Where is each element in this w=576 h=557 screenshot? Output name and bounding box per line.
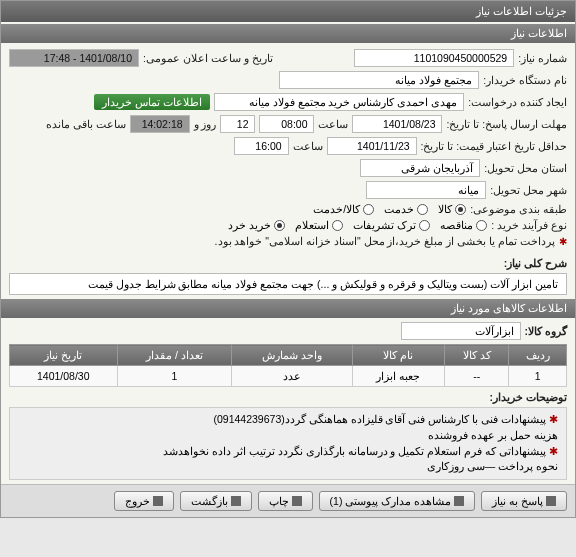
table-row[interactable]: 1 -- جعبه ابزار عدد 1 1401/08/30 <box>10 366 567 387</box>
btn-label: چاپ <box>269 495 289 507</box>
need-desc: تامین ابزار آلات (بست ویتالیک و قرقره و … <box>9 273 567 295</box>
radio-icon <box>274 220 285 231</box>
radio-label: خرید خرد <box>228 219 271 231</box>
buyer-notes: پیشنهادات فنی با کارشناس فنی آقای قلیزاد… <box>9 407 567 480</box>
field-price-date: 1401/11/23 <box>327 137 417 155</box>
cell-code: -- <box>444 366 508 387</box>
cell-name: جعبه ابزار <box>352 366 444 387</box>
cell-index: 1 <box>509 366 567 387</box>
print-button[interactable]: چاپ <box>258 491 313 511</box>
window: جزئیات اطلاعات نیاز اطلاعات نیاز شماره ن… <box>0 0 576 518</box>
field-requester: مهدی احمدی کارشناس خرید مجتمع فولاد میان… <box>214 93 464 111</box>
note-line: پیشنهاداتی که فرم استعلام تکمیل و درساما… <box>18 444 558 460</box>
btn-label: بازگشت <box>191 495 228 507</box>
th-name: نام کالا <box>352 345 444 366</box>
cell-unit: عدد <box>232 366 352 387</box>
label-hour2: ساعت <box>293 140 323 152</box>
print-icon <box>292 496 302 506</box>
attach-icon <box>454 496 464 506</box>
back-button[interactable]: بازگشت <box>180 491 252 511</box>
bullet-icon: ✱ <box>559 236 567 247</box>
label-category: طبقه بندی موضوعی: <box>470 203 567 215</box>
th-code: کد کالا <box>444 345 508 366</box>
note-line: نحوه پرداخت —سی روزکاری <box>18 459 558 475</box>
radio-cat-1[interactable]: خدمت <box>384 203 428 215</box>
pay-note: پرداخت تمام یا بخشی از مبلغ خرید،از محل … <box>215 235 555 247</box>
button-bar: پاسخ به نیاز مشاهده مدارک پیوستی (1) چاپ… <box>1 484 575 517</box>
label-price-valid: حداقل تاریخ اعتبار قیمت: تا تاریخ: <box>421 140 567 152</box>
exit-button[interactable]: خروج <box>114 491 174 511</box>
th-qty: تعداد / مقدار <box>117 345 232 366</box>
btn-label: مشاهده مدارک پیوستی (1) <box>330 495 452 507</box>
field-price-time: 16:00 <box>234 137 289 155</box>
radio-icon <box>417 204 428 215</box>
field-reply-time: 08:00 <box>259 115 314 133</box>
btn-label: خروج <box>125 495 150 507</box>
radio-proc-2[interactable]: استعلام <box>295 219 343 231</box>
radio-proc-3[interactable]: خرید خرد <box>228 219 285 231</box>
radio-icon <box>476 220 487 231</box>
exit-icon <box>153 496 163 506</box>
radio-label: خدمت <box>384 203 414 215</box>
field-need-no: 1101090450000529 <box>354 49 514 67</box>
radio-icon <box>363 204 374 215</box>
contact-button[interactable]: اطلاعات تماس خریدار <box>94 94 210 110</box>
label-days-and: روز و <box>194 118 217 130</box>
radio-label: ترک تشریفات <box>353 219 416 231</box>
label-hour1: ساعت <box>318 118 348 130</box>
window-title: جزئیات اطلاعات نیاز <box>1 1 575 22</box>
label-public-date: تاریخ و ساعت اعلان عمومی: <box>143 52 273 64</box>
radio-proc-0[interactable]: مناقصه <box>440 219 487 231</box>
section-goods: اطلاعات کالاهای مورد نیاز <box>1 299 575 318</box>
label-buyer-notes: توضیحات خریدار: <box>490 391 567 403</box>
label-requester: ایجاد کننده درخواست: <box>468 96 567 108</box>
section-info: اطلاعات نیاز <box>1 24 575 43</box>
radio-label: استعلام <box>295 219 329 231</box>
reply-icon <box>546 496 556 506</box>
field-remain-days: 12 <box>220 115 255 133</box>
label-city: شهر محل تحویل: <box>490 184 567 196</box>
label-reply-deadline: مهلت ارسال پاسخ: تا تاریخ: <box>446 118 567 130</box>
field-province: آذربایجان شرقی <box>360 159 480 177</box>
radio-icon <box>455 204 466 215</box>
attachments-button[interactable]: مشاهده مدارک پیوستی (1) <box>319 491 476 511</box>
label-province: استان محل تحویل: <box>484 162 567 174</box>
label-goods-group: گروه کالا: <box>525 325 567 337</box>
th-index: ردیف <box>509 345 567 366</box>
goods-table: ردیف کد کالا نام کالا واحد شمارش تعداد /… <box>9 344 567 387</box>
label-buyer-org: نام دستگاه خریدار: <box>483 74 567 86</box>
th-unit: واحد شمارش <box>232 345 352 366</box>
radio-label: کالا <box>438 203 452 215</box>
radio-cat-2[interactable]: کالا/خدمت <box>313 203 374 215</box>
field-public-date: 1401/08/10 - 17:48 <box>9 49 139 67</box>
field-goods-group: ابزارآلات <box>401 322 521 340</box>
label-process: نوع فرآیند خرید : <box>491 219 567 231</box>
cell-date: 1401/08/30 <box>10 366 118 387</box>
radio-label: مناقصه <box>440 219 473 231</box>
note-line: پیشنهادات فنی با کارشناس فنی آقای قلیزاد… <box>18 412 558 428</box>
field-reply-date: 1401/08/23 <box>352 115 442 133</box>
label-need-no: شماره نیاز: <box>518 52 567 64</box>
th-date: تاریخ نیاز <box>10 345 118 366</box>
form-area: شماره نیاز: 1101090450000529 تاریخ و ساع… <box>1 43 575 257</box>
label-remain: ساعت باقی مانده <box>46 118 126 130</box>
radio-icon <box>332 220 343 231</box>
radio-label: کالا/خدمت <box>313 203 360 215</box>
btn-label: پاسخ به نیاز <box>492 495 543 507</box>
field-remain-time: 14:02:18 <box>130 115 190 133</box>
label-need-desc: شرح کلی نیاز: <box>504 257 567 269</box>
back-icon <box>231 496 241 506</box>
radio-category: کالا خدمت کالا/خدمت <box>313 203 466 215</box>
field-city: میانه <box>366 181 486 199</box>
note-line: هزینه حمل بر عهده فروشنده <box>18 428 558 444</box>
cell-qty: 1 <box>117 366 232 387</box>
radio-icon <box>419 220 430 231</box>
radio-cat-0[interactable]: کالا <box>438 203 466 215</box>
radio-proc-1[interactable]: ترک تشریفات <box>353 219 430 231</box>
reply-button[interactable]: پاسخ به نیاز <box>481 491 567 511</box>
field-buyer-org: مجتمع فولاد میانه <box>279 71 479 89</box>
radio-process: مناقصه ترک تشریفات استعلام خرید خرد <box>228 219 487 231</box>
